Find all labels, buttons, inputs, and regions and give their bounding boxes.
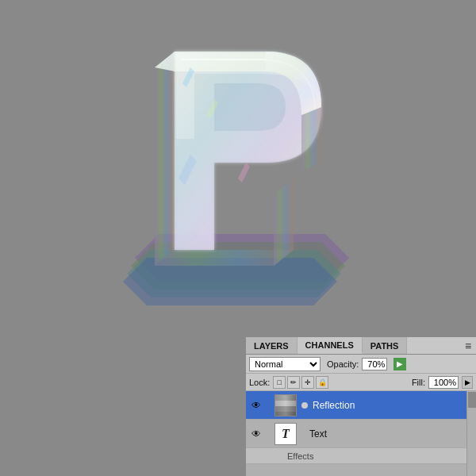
layer-name-text: Text bbox=[309, 428, 463, 440]
effects-label: Effects bbox=[287, 451, 313, 461]
opacity-arrow[interactable]: ▶ bbox=[393, 358, 406, 370]
lock-all-btn[interactable]: 🔒 bbox=[316, 376, 328, 389]
layers-list: 👁 Reflection 👁 T bbox=[246, 391, 476, 476]
fill-arrow[interactable]: ▶ bbox=[462, 376, 473, 389]
fill-label: Fill: bbox=[412, 378, 425, 387]
tab-bar: LAYERS CHANNELS PATHS ≡ bbox=[246, 337, 476, 355]
visibility-icon-reflection[interactable]: 👁 bbox=[249, 398, 263, 413]
layers-scrollbar[interactable] bbox=[466, 391, 476, 476]
visibility-icon-text[interactable]: 👁 bbox=[249, 427, 263, 441]
lock-label: Lock: bbox=[249, 378, 270, 387]
blend-mode-select[interactable]: Normal bbox=[249, 357, 321, 371]
lock-transparent-btn[interactable]: □ bbox=[273, 376, 286, 389]
lock-move-btn[interactable]: ✛ bbox=[301, 376, 314, 389]
panel-menu-icon[interactable]: ≡ bbox=[460, 337, 476, 354]
lock-icons: □ ✏ ✛ 🔒 bbox=[273, 376, 328, 389]
tab-channels[interactable]: CHANNELS bbox=[298, 337, 363, 354]
fill-input[interactable] bbox=[428, 376, 459, 389]
layer-name-reflection: Reflection bbox=[313, 400, 473, 411]
panels-area: LAYERS CHANNELS PATHS ≡ Normal Opacity: … bbox=[246, 337, 476, 476]
layer-item-reflection[interactable]: 👁 Reflection bbox=[246, 391, 476, 420]
layer-item-text[interactable]: 👁 T Text fx bbox=[246, 420, 476, 448]
letter-display bbox=[111, 20, 365, 305]
lock-fill-row: Lock: □ ✏ ✛ 🔒 Fill: ▶ bbox=[246, 374, 476, 391]
tab-layers[interactable]: LAYERS bbox=[246, 337, 298, 354]
layer-link-reflection bbox=[301, 402, 308, 409]
effects-row: Effects bbox=[246, 448, 476, 464]
layer-thumb-reflection bbox=[274, 394, 297, 416]
tab-paths[interactable]: PATHS bbox=[363, 337, 408, 354]
lock-paint-btn[interactable]: ✏ bbox=[287, 376, 300, 389]
scrollbar-thumb[interactable] bbox=[468, 392, 476, 408]
blend-opacity-row: Normal Opacity: ▶ bbox=[246, 355, 476, 374]
canvas-area bbox=[0, 0, 476, 341]
opacity-label: Opacity: bbox=[327, 359, 359, 369]
opacity-input[interactable] bbox=[362, 358, 387, 370]
layer-thumb-text: T bbox=[274, 423, 297, 445]
